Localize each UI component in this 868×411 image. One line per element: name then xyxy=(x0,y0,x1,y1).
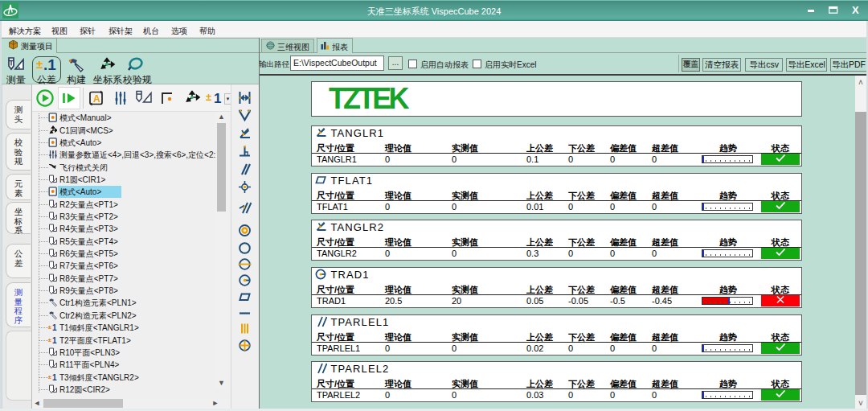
svg-text:1: 1 xyxy=(52,373,57,382)
svg-text:A: A xyxy=(93,93,100,105)
svg-text:±: ± xyxy=(48,323,52,331)
svg-text:.1: .1 xyxy=(43,56,56,72)
svg-text:±: ± xyxy=(206,91,211,103)
svg-text:±: ± xyxy=(36,57,43,71)
svg-text:1: 1 xyxy=(52,323,57,332)
svg-text:±: ± xyxy=(48,336,52,343)
svg-text:±: ± xyxy=(48,373,52,380)
svg-text:1: 1 xyxy=(52,336,57,345)
svg-text:1: 1 xyxy=(214,91,221,105)
